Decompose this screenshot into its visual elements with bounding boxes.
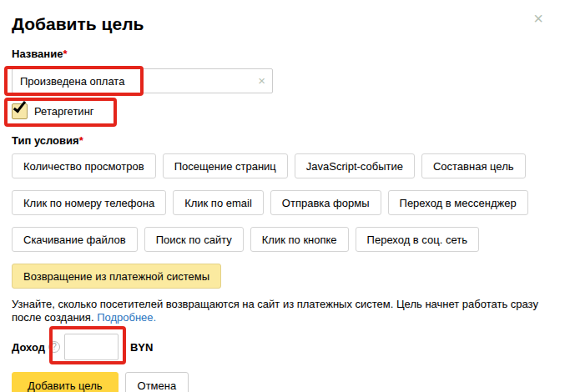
revenue-row: Доход ? BYN (12, 334, 565, 360)
add-goal-dialog: × Добавить цель Название* × Ретаргетинг … (0, 0, 565, 392)
revenue-input-wrap (64, 334, 119, 360)
chip-phone-click[interactable]: Клик по номеру телефона (12, 190, 166, 215)
chip-file-download[interactable]: Скачивание файлов (12, 227, 138, 252)
currency-label: BYN (130, 341, 153, 354)
required-asterisk: * (79, 134, 83, 147)
chip-composite-goal[interactable]: Составная цель (421, 153, 526, 178)
clear-input-icon[interactable]: × (258, 73, 265, 88)
goal-description: Узнайте, сколько посетителей возвращаютс… (12, 298, 556, 324)
chip-messenger[interactable]: Переход в мессенджер (388, 190, 528, 215)
more-link[interactable]: Подробнее. (97, 311, 156, 324)
close-icon[interactable]: × (533, 10, 543, 27)
required-asterisk: * (63, 48, 67, 60)
chip-social-network[interactable]: Переход в соц. сеть (356, 227, 479, 252)
chip-button-click[interactable]: Клик по кнопке (250, 227, 349, 252)
chip-site-search[interactable]: Поиск по сайту (144, 227, 244, 252)
description-text: Узнайте, сколько посетителей возвращаютс… (12, 298, 538, 324)
chip-payment-return[interactable]: Возвращение из платежной системы (12, 264, 221, 289)
checkbox-box[interactable] (12, 103, 28, 119)
add-goal-button[interactable]: Добавить цель (12, 372, 119, 392)
revenue-input[interactable] (64, 334, 119, 360)
name-field-label: Название* (12, 48, 565, 61)
retargeting-checkbox[interactable]: Ретаргетинг (12, 101, 94, 122)
dialog-footer: Добавить цель Отмена (12, 372, 565, 392)
retargeting-label: Ретаргетинг (34, 105, 94, 118)
name-input[interactable] (12, 68, 273, 93)
chip-js-event[interactable]: JavaScript-событие (295, 153, 415, 178)
name-input-wrap: × (12, 68, 273, 93)
condition-type-label: Тип условия* (12, 134, 565, 148)
chip-email-click[interactable]: Клик по email (173, 190, 264, 215)
condition-type-label-text: Тип условия (12, 134, 79, 147)
dialog-title: Добавить цель (12, 0, 565, 35)
chip-page-visit[interactable]: Посещение страниц (163, 153, 288, 178)
revenue-label: Доход (12, 341, 45, 354)
checkmark-icon (13, 99, 26, 113)
chip-pageview-count[interactable]: Количество просмотров (12, 153, 156, 178)
help-icon[interactable]: ? (48, 341, 60, 353)
cancel-button[interactable]: Отмена (125, 372, 189, 392)
goal-type-chips: Количество просмотров Посещение страниц … (12, 153, 558, 289)
name-label-text: Название (12, 48, 63, 60)
chip-form-submit[interactable]: Отправка формы (270, 190, 381, 215)
